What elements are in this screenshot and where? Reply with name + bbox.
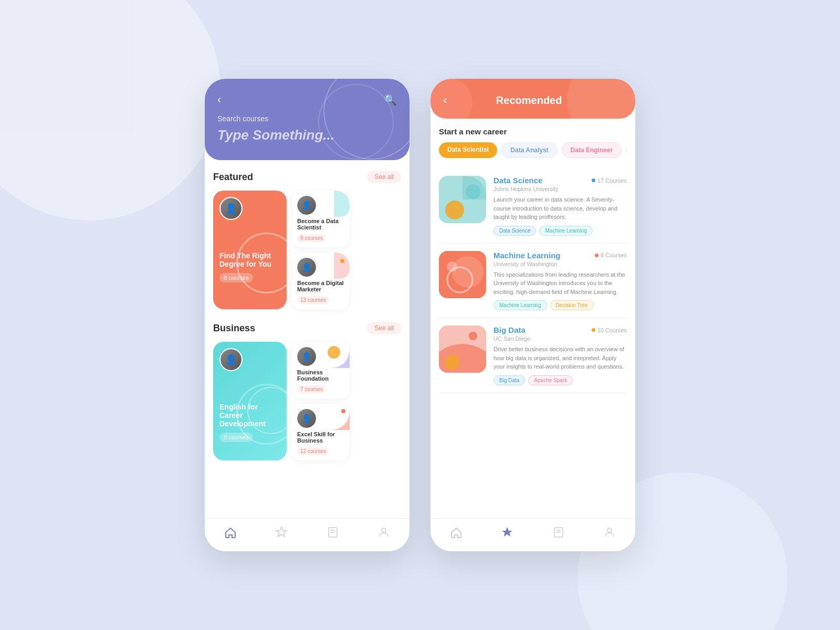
business-card-3[interactable]: 👤 Excel Skill for Business 12 courses (292, 404, 350, 460)
bd-dot-icon (592, 328, 595, 332)
business-main-card[interactable]: 👤 English for Career Development 9 cours… (213, 342, 287, 460)
tab-data-analyst[interactable]: Data Analyst (501, 142, 557, 158)
ml-course-name[interactable]: Machine Learning (494, 251, 561, 260)
back-button[interactable]: ‹ (217, 94, 221, 106)
featured-see-all-button[interactable]: See all (367, 171, 401, 183)
ds-course-count: 17 Courses (592, 177, 627, 184)
business-card-2[interactable]: 👤 Business Foundation 7 courses (292, 342, 350, 398)
business-cards-row: 👤 English for Career Development 9 cours… (213, 342, 401, 460)
business-main-title: English for Career Development (219, 403, 280, 428)
featured-card-2[interactable]: 👤 Become a Data Scientist 9 courses (292, 191, 350, 247)
ml-dot-icon (595, 254, 598, 257)
phone2-nav-home-icon[interactable] (450, 526, 463, 542)
avatar2-img: 👤 (297, 196, 316, 215)
ml-tag-1[interactable]: Machine Learning (494, 300, 547, 310)
card2-title: Become a Data Scientist (297, 218, 344, 230)
business-main-avatar: 👤 (219, 348, 243, 371)
bcard2-avatar: 👤 (297, 347, 316, 366)
business-see-all-button[interactable]: See all (367, 322, 401, 334)
avatar-image: 👤 (220, 198, 242, 219)
tab-de[interactable]: De... (626, 142, 627, 158)
card2-avatar: 👤 (297, 196, 316, 215)
ml-description: This specializations from leading resear… (494, 270, 627, 297)
business-section-header: Business See all (213, 322, 401, 334)
nav-star-icon[interactable] (275, 526, 288, 542)
phone-1: ‹ 🔍 Search courses Type Something... Fea… (205, 79, 410, 551)
nav-book-icon[interactable] (327, 526, 339, 542)
course-card-machine-learning: Machine Learning 8 Courses University of… (439, 244, 627, 319)
phone2-back-button[interactable]: ‹ (443, 93, 447, 107)
ds-tags: Data Science Machine Learning (494, 226, 627, 236)
bd-university: UC San Diego (494, 335, 627, 342)
business-title: Business (213, 323, 255, 334)
nav-person-icon[interactable] (377, 526, 390, 542)
phone2-nav-person-icon[interactable] (603, 526, 616, 542)
ds-course-name[interactable]: Data Science (494, 176, 542, 185)
phone1-bottom-nav (205, 518, 410, 551)
phone-2: ‹ Recomended Start a new career Data Sci… (430, 79, 635, 551)
ml-course-count: 8 Courses (595, 252, 627, 258)
ds-tag-2[interactable]: Machine Learning (539, 226, 593, 236)
thumb-ml-bg (439, 251, 486, 298)
phone2-bottom-nav (430, 518, 635, 551)
ml-tag-2[interactable]: Decision Tree (550, 300, 594, 310)
teal-shape-icon (318, 191, 350, 217)
featured-small-cards: 👤 Become a Data Scientist 9 courses 👤 (292, 191, 350, 309)
svg-point-9 (452, 256, 484, 288)
bd-thumb-art (439, 326, 486, 373)
bd-tag-1[interactable]: Big Data (494, 375, 525, 385)
ds-name-row: Data Science 17 Courses (494, 176, 627, 185)
bd-tags: Big Data Apache Spark (494, 375, 627, 385)
bd-description: Drive better business decisions with an … (494, 345, 627, 371)
bd-course-count: 10 Courses (592, 327, 627, 333)
ml-thumb-art (439, 251, 486, 298)
ds-tag-1[interactable]: Data Science (494, 226, 536, 236)
card3-avatar: 👤 (297, 258, 316, 277)
search-icon[interactable]: 🔍 (384, 93, 397, 106)
featured-main-title: Find The Right Degree for You (219, 251, 280, 268)
ml-tags: Machine Learning Decision Tree (494, 300, 627, 310)
card3-title: Become a Digital Marketer (297, 280, 344, 292)
ds-description: Launch your career in data science. A Se… (494, 195, 627, 222)
card2-courses: 9 courses (297, 234, 326, 242)
ds-thumb-art (439, 176, 486, 223)
phone2-nav-star-icon[interactable] (501, 526, 513, 542)
featured-main-card[interactable]: 👤 Find The Right Degree for You 8 course… (213, 191, 287, 309)
ds-university: Johns Hopkins University (494, 186, 627, 192)
search-label: Search courses (217, 114, 397, 123)
ml-university: University of Washington (494, 261, 627, 267)
course-thumb-bd (439, 326, 486, 373)
recommended-title: Recomended (447, 94, 611, 107)
nav-home-icon[interactable] (224, 526, 237, 542)
ds-dot-icon (592, 178, 595, 182)
phone2-nav-book-icon[interactable] (552, 526, 565, 542)
course-info-ml: Machine Learning 8 Courses University of… (494, 251, 627, 311)
business-small-cards: 👤 Business Foundation 7 courses 👤 (292, 342, 350, 460)
featured-card-3[interactable]: 👤 Become a Digital Marketer 13 courses (292, 253, 350, 309)
tab-data-engineer[interactable]: Data Engineer (562, 142, 622, 158)
bcard2-img: 👤 (297, 347, 316, 366)
featured-cards-row: 👤 Find The Right Degree for You 8 course… (213, 191, 401, 309)
bd-course-name[interactable]: Big Data (494, 326, 526, 334)
bd-tag-2[interactable]: Apache Spark (528, 375, 573, 385)
svg-point-18 (607, 528, 612, 532)
course-info-data-science: Data Science 17 Courses Johns Hopkins Un… (494, 176, 627, 236)
pink-shape-icon (318, 253, 350, 279)
featured-title: Featured (213, 172, 253, 183)
bcard3-avatar: 👤 (297, 409, 316, 428)
course-info-bd: Big Data 10 Courses UC San Diego Drive b… (494, 326, 627, 385)
svg-point-7 (466, 184, 480, 199)
business-avatar-img: 👤 (220, 349, 242, 370)
avatar3-img: 👤 (297, 258, 316, 277)
featured-main-courses: 8 courses (219, 273, 253, 282)
svg-point-4 (382, 528, 386, 532)
orange-dot-icon (340, 259, 344, 263)
svg-point-13 (469, 332, 477, 340)
bcard2-title: Business Foundation (297, 369, 344, 382)
red-dot-icon (341, 409, 345, 413)
svg-point-0 (328, 346, 340, 359)
thumb-bd-bg (439, 326, 486, 373)
career-tabs-row: Data Scientist Data Analyst Data Enginee… (439, 142, 627, 158)
tab-data-scientist[interactable]: Data Scientist (439, 142, 497, 158)
bcard3-img: 👤 (297, 409, 316, 428)
